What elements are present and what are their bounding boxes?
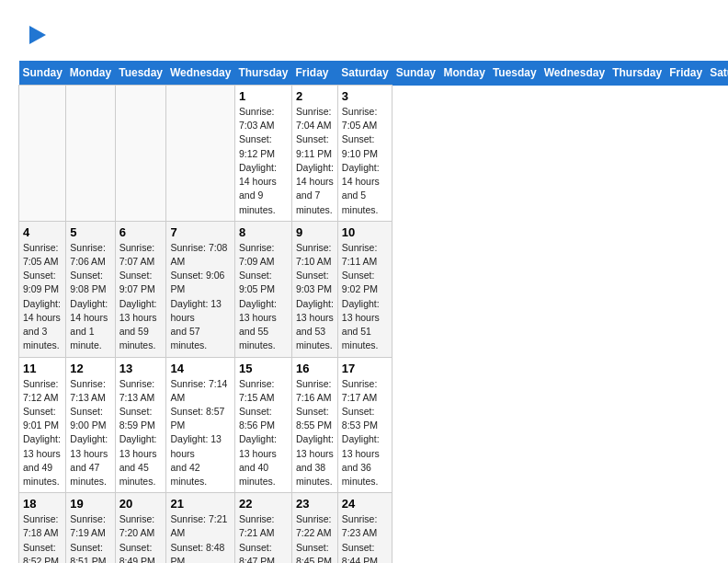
col-header-sunday: Sunday xyxy=(19,61,66,86)
day-number: 23 xyxy=(296,497,334,511)
day-number: 11 xyxy=(23,362,62,375)
day-info: Sunrise: 7:21 AM Sunset: 8:47 PM Dayligh… xyxy=(239,512,288,563)
col-header-monday: Monday xyxy=(440,61,489,86)
day-number: 20 xyxy=(119,497,163,511)
week-row-2: 4Sunrise: 7:05 AM Sunset: 9:09 PM Daylig… xyxy=(19,221,729,357)
col-header-monday: Monday xyxy=(66,61,115,86)
day-number: 10 xyxy=(342,225,388,239)
day-cell: 19Sunrise: 7:19 AM Sunset: 8:51 PM Dayli… xyxy=(66,493,115,563)
day-number: 12 xyxy=(70,362,110,375)
day-info: Sunrise: 7:10 AM Sunset: 9:03 PM Dayligh… xyxy=(296,241,334,353)
day-cell xyxy=(19,86,66,222)
day-cell: 4Sunrise: 7:05 AM Sunset: 9:09 PM Daylig… xyxy=(19,221,66,357)
day-cell: 24Sunrise: 7:23 AM Sunset: 8:44 PM Dayli… xyxy=(337,493,392,563)
logo xyxy=(18,18,53,52)
day-info: Sunrise: 7:09 AM Sunset: 9:05 PM Dayligh… xyxy=(239,241,288,353)
day-info: Sunrise: 7:08 AM Sunset: 9:06 PM Dayligh… xyxy=(170,241,230,353)
col-header-tuesday: Tuesday xyxy=(115,61,166,86)
col-header-thursday: Thursday xyxy=(234,61,291,86)
day-info: Sunrise: 7:03 AM Sunset: 9:12 PM Dayligh… xyxy=(239,105,288,217)
day-cell: 1Sunrise: 7:03 AM Sunset: 9:12 PM Daylig… xyxy=(234,86,291,222)
day-cell: 21Sunrise: 7:21 AM Sunset: 8:48 PM Dayli… xyxy=(166,493,234,563)
col-header-saturday: Saturday xyxy=(337,61,392,86)
day-cell: 5Sunrise: 7:06 AM Sunset: 9:08 PM Daylig… xyxy=(66,221,115,357)
logo-icon xyxy=(20,18,53,52)
day-info: Sunrise: 7:14 AM Sunset: 8:57 PM Dayligh… xyxy=(170,377,230,489)
day-cell: 6Sunrise: 7:07 AM Sunset: 9:07 PM Daylig… xyxy=(115,221,166,357)
calendar-table: SundayMondayTuesdayWednesdayThursdayFrid… xyxy=(18,61,728,563)
col-header-thursday: Thursday xyxy=(609,61,665,86)
col-header-wednesday: Wednesday xyxy=(540,61,609,86)
day-number: 13 xyxy=(119,362,163,375)
day-cell: 7Sunrise: 7:08 AM Sunset: 9:06 PM Daylig… xyxy=(166,221,234,357)
day-info: Sunrise: 7:11 AM Sunset: 9:02 PM Dayligh… xyxy=(342,241,388,353)
week-row-1: 1Sunrise: 7:03 AM Sunset: 9:12 PM Daylig… xyxy=(19,86,729,222)
day-cell: 11Sunrise: 7:12 AM Sunset: 9:01 PM Dayli… xyxy=(19,357,66,493)
day-info: Sunrise: 7:06 AM Sunset: 9:08 PM Dayligh… xyxy=(70,241,110,353)
day-cell: 16Sunrise: 7:16 AM Sunset: 8:55 PM Dayli… xyxy=(291,357,337,493)
col-header-wednesday: Wednesday xyxy=(166,61,234,86)
day-cell: 18Sunrise: 7:18 AM Sunset: 8:52 PM Dayli… xyxy=(19,493,66,563)
day-number: 7 xyxy=(170,225,230,239)
day-number: 15 xyxy=(239,362,288,375)
col-header-tuesday: Tuesday xyxy=(489,61,540,86)
day-number: 8 xyxy=(239,225,288,239)
day-number: 17 xyxy=(342,362,388,375)
day-number: 1 xyxy=(239,89,288,103)
day-info: Sunrise: 7:22 AM Sunset: 8:45 PM Dayligh… xyxy=(296,512,334,563)
day-info: Sunrise: 7:07 AM Sunset: 9:07 PM Dayligh… xyxy=(119,241,163,353)
day-number: 3 xyxy=(342,89,388,103)
day-cell: 8Sunrise: 7:09 AM Sunset: 9:05 PM Daylig… xyxy=(234,221,291,357)
day-cell: 2Sunrise: 7:04 AM Sunset: 9:11 PM Daylig… xyxy=(291,86,337,222)
day-info: Sunrise: 7:18 AM Sunset: 8:52 PM Dayligh… xyxy=(23,512,62,563)
day-info: Sunrise: 7:15 AM Sunset: 8:56 PM Dayligh… xyxy=(239,377,288,489)
day-info: Sunrise: 7:13 AM Sunset: 9:00 PM Dayligh… xyxy=(70,377,110,489)
day-number: 4 xyxy=(23,225,62,239)
day-number: 18 xyxy=(23,497,62,511)
day-info: Sunrise: 7:23 AM Sunset: 8:44 PM Dayligh… xyxy=(342,512,388,563)
day-info: Sunrise: 7:19 AM Sunset: 8:51 PM Dayligh… xyxy=(70,512,110,563)
day-number: 24 xyxy=(342,497,388,511)
svg-marker-0 xyxy=(29,26,46,44)
col-header-saturday: Saturday xyxy=(706,61,728,86)
day-number: 14 xyxy=(170,362,230,375)
day-info: Sunrise: 7:16 AM Sunset: 8:55 PM Dayligh… xyxy=(296,377,334,489)
day-cell: 9Sunrise: 7:10 AM Sunset: 9:03 PM Daylig… xyxy=(291,221,337,357)
day-number: 19 xyxy=(70,497,110,511)
week-row-3: 11Sunrise: 7:12 AM Sunset: 9:01 PM Dayli… xyxy=(19,357,729,493)
day-cell: 17Sunrise: 7:17 AM Sunset: 8:53 PM Dayli… xyxy=(337,357,392,493)
col-header-friday: Friday xyxy=(665,61,706,86)
week-row-4: 18Sunrise: 7:18 AM Sunset: 8:52 PM Dayli… xyxy=(19,493,729,563)
day-cell: 14Sunrise: 7:14 AM Sunset: 8:57 PM Dayli… xyxy=(166,357,234,493)
day-number: 2 xyxy=(296,89,334,103)
page-header xyxy=(18,18,710,52)
day-cell: 22Sunrise: 7:21 AM Sunset: 8:47 PM Dayli… xyxy=(234,493,291,563)
day-number: 9 xyxy=(296,225,334,239)
day-info: Sunrise: 7:04 AM Sunset: 9:11 PM Dayligh… xyxy=(296,105,334,217)
day-info: Sunrise: 7:05 AM Sunset: 9:09 PM Dayligh… xyxy=(23,241,62,353)
day-info: Sunrise: 7:20 AM Sunset: 8:49 PM Dayligh… xyxy=(119,512,163,563)
day-cell xyxy=(66,86,115,222)
day-cell: 3Sunrise: 7:05 AM Sunset: 9:10 PM Daylig… xyxy=(337,86,392,222)
col-header-friday: Friday xyxy=(291,61,337,86)
day-number: 16 xyxy=(296,362,334,375)
day-info: Sunrise: 7:13 AM Sunset: 8:59 PM Dayligh… xyxy=(119,377,163,489)
day-number: 21 xyxy=(170,497,230,511)
day-info: Sunrise: 7:05 AM Sunset: 9:10 PM Dayligh… xyxy=(342,105,388,217)
day-number: 6 xyxy=(119,225,163,239)
day-info: Sunrise: 7:17 AM Sunset: 8:53 PM Dayligh… xyxy=(342,377,388,489)
calendar-header-row: SundayMondayTuesdayWednesdayThursdayFrid… xyxy=(19,61,729,86)
col-header-sunday: Sunday xyxy=(392,61,440,86)
day-number: 5 xyxy=(70,225,110,239)
day-cell: 10Sunrise: 7:11 AM Sunset: 9:02 PM Dayli… xyxy=(337,221,392,357)
day-number: 22 xyxy=(239,497,288,511)
day-cell: 15Sunrise: 7:15 AM Sunset: 8:56 PM Dayli… xyxy=(234,357,291,493)
day-cell xyxy=(166,86,234,222)
day-cell: 20Sunrise: 7:20 AM Sunset: 8:49 PM Dayli… xyxy=(115,493,166,563)
day-info: Sunrise: 7:12 AM Sunset: 9:01 PM Dayligh… xyxy=(23,377,62,489)
day-info: Sunrise: 7:21 AM Sunset: 8:48 PM Dayligh… xyxy=(170,512,230,563)
day-cell: 13Sunrise: 7:13 AM Sunset: 8:59 PM Dayli… xyxy=(115,357,166,493)
day-cell: 23Sunrise: 7:22 AM Sunset: 8:45 PM Dayli… xyxy=(291,493,337,563)
day-cell: 12Sunrise: 7:13 AM Sunset: 9:00 PM Dayli… xyxy=(66,357,115,493)
day-cell xyxy=(115,86,166,222)
